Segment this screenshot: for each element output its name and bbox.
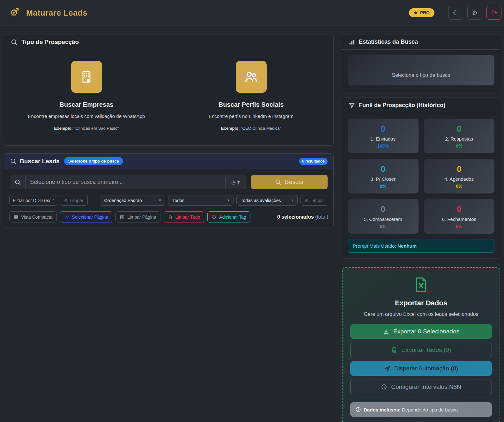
buscar-leads-card: Buscar Leads Selecione o tipo de busca 0… [4, 153, 334, 228]
search-icon [10, 158, 17, 164]
spreadsheet-icon [391, 347, 397, 353]
option-description: Encontre perfis no LinkedIn e Instagram [209, 113, 293, 119]
download-icon [383, 328, 389, 335]
settings-button[interactable]: ⚙ [467, 6, 482, 20]
chevron-down-icon: ∨ [159, 198, 161, 202]
funnel-card: Funil de Prospecção (Histórico) 0 1. Env… [342, 98, 500, 258]
chevron-down-icon: ∨ [227, 198, 229, 202]
logout-button[interactable] [486, 6, 501, 20]
theme-toggle-button[interactable]: ☾ [448, 6, 463, 20]
star-icon: ★ [414, 10, 418, 15]
export-all-button[interactable]: Exportar Todos (0) [350, 343, 492, 357]
pro-badge: ★ PRO [409, 8, 434, 17]
stats-empty-state: – Selecione o tipo de busca [348, 55, 494, 85]
search-type-badge: Selecione o tipo de busca [64, 157, 123, 165]
search-input[interactable] [26, 175, 225, 189]
building-icon [71, 61, 102, 93]
clock-icon: ◷ [231, 179, 236, 185]
option-buscar-empresas[interactable]: Buscar Empresas Encontre empresas locais… [4, 61, 169, 131]
option-title: Buscar Perfis Sociais [219, 101, 284, 108]
rating-select[interactable]: Todas as avaliações ∨ [236, 195, 298, 206]
compact-view-button[interactable]: Vista Compacta [9, 211, 57, 222]
send-icon [384, 365, 390, 372]
funnel-stage-agendados: 0 4. Agendados 0% [424, 159, 495, 193]
gear-icon: ⚙ [472, 9, 478, 17]
prospect-type-card: Tipo de Prospecção [4, 34, 334, 146]
option-example: Exemplo: "Clínicas em São Paulo" [54, 126, 119, 131]
trigger-automation-button[interactable]: Disparar Automação (0) [350, 361, 492, 376]
circle-x-icon: ⊗ [64, 198, 68, 203]
funnel-stage-compareceram: 0 5. Compareceram 0% [348, 199, 419, 234]
funnel-stage-respostas: 0 2. Respostas 0% [424, 119, 495, 153]
x-square-icon [120, 215, 125, 220]
buscar-leads-title: Buscar Leads [20, 158, 60, 165]
funnel-stage-p-closer: 0 3. P/ Closer 0% [348, 159, 419, 193]
trash-icon [168, 215, 173, 220]
export-title: Exportar Dados [350, 299, 492, 307]
excel-file-icon [413, 277, 429, 293]
clear-page-button[interactable]: Limpar Página [115, 211, 160, 222]
export-subtitle: Gere um arquivo Excel com os leads selec… [350, 311, 492, 317]
search-icon [275, 179, 281, 185]
sort-select[interactable]: Ordenação Padrão ∨ [100, 195, 165, 206]
compact-view-icon [13, 215, 19, 220]
info-icon [355, 407, 361, 412]
select-page-button[interactable]: Selecionar Página [60, 211, 113, 222]
funnel-stage-enviadas: 0 1. Enviadas 100% [348, 119, 419, 153]
stats-title: Estatísticas da Busca [359, 39, 418, 45]
funnel-stage-fechamentos: 0 6. Fechamentos 0% [424, 199, 495, 234]
users-icon [236, 61, 267, 93]
app-logo-gear-arrow-icon: ⚙ [8, 6, 20, 19]
add-tag-button[interactable]: Adicionar Tag [207, 211, 250, 222]
funnel-title: Funil de Prospecção (Histórico) [359, 102, 445, 109]
prospect-type-title: Tipo de Prospecção [21, 39, 79, 46]
export-info-note: Dados inclusos: Depende do tipo de busca [350, 402, 492, 417]
clear-filters-button[interactable]: ⊗ Limpar [300, 195, 328, 206]
buscar-button[interactable]: Buscar [251, 175, 328, 189]
ddd-filter-input[interactable] [9, 195, 57, 206]
configure-intervals-button[interactable]: Configurar Intervalos N8N [350, 380, 492, 394]
option-description: Encontre empresas locais com validação d… [28, 113, 145, 119]
app-header: ⚙ Maturare Leads ★ PRO ☾ ⚙ [0, 0, 504, 26]
clear-ddd-button[interactable]: ⊗ Limpar [60, 195, 88, 206]
search-input-group: ◷ ▾ [10, 175, 246, 189]
chevron-down-icon: ∨ [291, 198, 293, 202]
option-example: Exemplo: "CEO Clínica Médica" [221, 126, 281, 131]
search-history-dropdown[interactable]: ◷ ▾ [225, 175, 246, 189]
bar-chart-icon [349, 39, 355, 45]
funnel-icon [349, 102, 355, 109]
moon-icon: ☾ [453, 9, 459, 17]
prompt-most-used-banner: Prompt Mais Usado: Nenhum [348, 239, 494, 253]
clock-icon [381, 384, 387, 390]
filter-all-select[interactable]: Todos ∨ [168, 195, 233, 206]
option-buscar-perfis-sociais[interactable]: Buscar Perfis Sociais Encontre perfis no… [169, 61, 333, 131]
results-count-badge: 0 resultados [299, 158, 328, 165]
double-check-icon [64, 214, 70, 220]
export-selected-button[interactable]: Exportar 0 Selecionados [350, 324, 492, 339]
stats-card: Estatísticas da Busca – Selecione o tipo… [342, 34, 500, 91]
clear-all-button[interactable]: Limpar Tudo [164, 211, 204, 222]
search-icon [11, 39, 18, 46]
empty-message: Selecione o tipo de busca [392, 72, 450, 78]
selected-count: 0 selecionados (total) [277, 214, 328, 220]
chevron-down-icon: ▾ [237, 179, 240, 185]
search-icon [10, 175, 26, 189]
app-title: Maturare Leads [26, 8, 87, 18]
empty-dash: – [419, 62, 423, 69]
option-title: Buscar Empresas [60, 101, 114, 108]
export-card: Exportar Dados Gere um arquivo Excel com… [342, 267, 500, 422]
circle-x-icon: ⊗ [305, 198, 308, 203]
logout-icon [491, 9, 498, 16]
tag-icon [211, 215, 217, 220]
